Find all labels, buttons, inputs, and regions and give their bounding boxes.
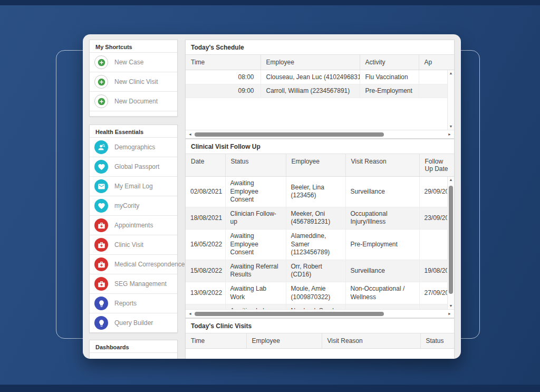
sidebar-item-label: Demographics xyxy=(114,144,155,151)
table-cell: Alameddine, Samer (1123456789) xyxy=(286,229,345,260)
table-cell: Flu Vaccination xyxy=(360,70,419,84)
column-header[interactable]: Employee xyxy=(286,154,345,177)
panel-footer xyxy=(90,111,177,116)
scroll-right-icon[interactable]: ► xyxy=(448,312,451,316)
column-header[interactable]: Activity xyxy=(360,55,419,70)
scatter-chart-icon xyxy=(94,356,108,359)
sidebar-item-new-case[interactable]: New Case xyxy=(90,52,177,72)
header-row: TimeEmployeeVisit ReasonStatus xyxy=(186,333,454,349)
horizontal-scrollbar[interactable]: ◄ ► xyxy=(186,309,454,318)
column-header[interactable]: Follow Up Date xyxy=(419,154,454,177)
sidebar-item-clinic-visit[interactable]: Clinic Visit xyxy=(90,235,177,254)
table-cell: Awaiting Employee Consent xyxy=(225,229,286,260)
todays-schedule-header: TimeEmployeeActivityAp xyxy=(186,55,454,70)
clinical-visit-follow-up-panel: Clinical Visit Follow Up DateStatusEmplo… xyxy=(185,139,455,318)
sidebar-item-label: Global Passport xyxy=(114,163,159,170)
plus-circle-icon xyxy=(94,55,108,69)
column-header[interactable]: Date xyxy=(186,154,225,177)
table-cell: Awaiting Referral Results xyxy=(225,260,286,282)
horizontal-scrollbar[interactable]: ◄ ► xyxy=(186,130,454,138)
table-cell: 13/09/2022 xyxy=(186,282,225,304)
scroll-down-icon[interactable]: ▼ xyxy=(449,304,453,308)
scrollbar-track[interactable] xyxy=(192,130,448,138)
medical-bag-icon xyxy=(94,218,108,232)
plus-circle-icon xyxy=(94,75,108,89)
clinical-visit-table: 02/08/2021Awaiting Employee ConsentBeele… xyxy=(186,177,454,309)
vertical-scrollbar[interactable]: ▲ ▼ xyxy=(447,177,454,309)
sidebar-item-seg-management[interactable]: SEG Management xyxy=(90,274,177,293)
sidebar-item-label: New Case xyxy=(114,59,143,66)
table-cell: 18/08/2021 xyxy=(186,207,225,229)
column-header[interactable]: Status xyxy=(225,154,286,177)
table-cell: Surveillance xyxy=(345,177,419,207)
column-header[interactable]: Ap xyxy=(419,55,454,70)
table-cell: Pre-Employment xyxy=(360,84,419,98)
column-header[interactable]: Time xyxy=(186,55,261,70)
page-background: { "colors": { "background_navy": "#24477… xyxy=(0,0,540,392)
scrollbar-thumb[interactable] xyxy=(195,132,384,137)
shortcuts-title: My Shortcuts xyxy=(90,40,177,52)
todays-schedule-body: 08:00Clouseau, Jean Luc (4102496831)Flu … xyxy=(186,70,454,130)
table-row[interactable]: 16/05/2022Awaiting Employee ConsentAlame… xyxy=(186,229,454,260)
lightbulb-icon xyxy=(94,297,108,310)
table-row[interactable]: 13/09/2022Awaiting Lab WorkMoule, Amie (… xyxy=(186,282,454,304)
table-row[interactable]: 08:00Clouseau, Jean Luc (4102496831)Flu … xyxy=(186,70,454,84)
person-search-icon xyxy=(94,140,108,154)
panel-title: Today's Clinic Visits xyxy=(186,319,454,333)
table-cell: Meeker, Oni (4567891231) xyxy=(286,207,345,229)
medical-bag-icon xyxy=(94,277,108,291)
medical-bag-icon xyxy=(94,257,108,271)
scrollbar-thumb[interactable] xyxy=(449,186,453,294)
table-row[interactable]: 14/09/2022Awaiting Lab WorkNewland, Sand… xyxy=(186,304,454,309)
table-row[interactable]: 02/08/2021Awaiting Employee ConsentBeele… xyxy=(186,177,454,207)
column-header[interactable]: Employee xyxy=(261,55,360,70)
table-cell: 14/09/2022 xyxy=(186,304,225,309)
sidebar-item-new-document[interactable]: New Document xyxy=(90,91,177,111)
table-cell: Carroll, William (2234567891) xyxy=(261,84,360,98)
plus-circle-icon xyxy=(94,94,108,108)
sidebar-item-new-clinic-visit[interactable]: New Clinic Visit xyxy=(90,72,177,91)
scroll-right-icon[interactable]: ► xyxy=(448,132,451,137)
column-header[interactable]: Employee xyxy=(246,333,322,349)
scroll-left-icon[interactable]: ◄ xyxy=(188,132,192,137)
scrollbar-track[interactable] xyxy=(192,310,448,318)
table-cell: Orr, Robert (CD16) xyxy=(286,260,345,282)
dashboards-title: Dashboards xyxy=(90,340,177,352)
sidebar-item-label: Medical Correspondence xyxy=(114,261,185,268)
table-cell: Awaiting Employee Consent xyxy=(225,177,286,207)
health-essentials-title: Health Essentials xyxy=(90,125,177,137)
sidebar-item-demographics[interactable]: Demographics xyxy=(90,137,177,157)
table-row[interactable]: 18/08/2021Clinician Follow-upMeeker, Oni… xyxy=(186,207,454,229)
scroll-up-icon[interactable]: ▲ xyxy=(449,71,453,75)
sidebar-item-reports[interactable]: Reports xyxy=(90,293,177,313)
table-cell: Clouseau, Jean Luc (4102496831) xyxy=(261,70,360,84)
table-cell: 09:00 xyxy=(186,84,261,98)
mail-icon xyxy=(94,179,108,193)
sidebar-item-health-essentials[interactable]: Health Essentials xyxy=(90,352,177,359)
shortcuts-panel: My Shortcuts New CaseNew Clinic VisitNew… xyxy=(89,40,178,117)
sidebar-item-my-email-log[interactable]: My Email Log xyxy=(90,176,177,196)
sidebar-item-query-builder[interactable]: Query Builder xyxy=(90,313,177,332)
table-cell: Occupational Injury/Illness xyxy=(345,207,419,229)
todays-schedule-panel: Today's Schedule TimeEmployeeActivityAp … xyxy=(185,40,455,139)
column-header[interactable]: Visit Reason xyxy=(322,333,420,349)
sidebar-gap xyxy=(89,117,178,125)
sidebar-item-medical-correspondence[interactable]: Medical Correspondence xyxy=(90,254,177,274)
sidebar-item-mycority[interactable]: myCority xyxy=(90,196,177,215)
sidebar-item-appointments[interactable]: Appointments xyxy=(90,215,177,235)
scroll-left-icon[interactable]: ◄ xyxy=(188,312,192,316)
scroll-up-icon[interactable]: ▲ xyxy=(449,178,453,182)
table-cell: Awaiting Lab Work xyxy=(225,304,286,309)
sidebar-item-global-passport[interactable]: Global Passport xyxy=(90,157,177,176)
scrollbar-thumb[interactable] xyxy=(195,312,384,316)
table-row[interactable]: 15/08/2022Awaiting Referral ResultsOrr, … xyxy=(186,260,454,282)
column-header[interactable]: Status xyxy=(420,333,454,349)
vertical-scrollbar[interactable]: ▲ ▼ xyxy=(447,70,454,130)
panel-title: Clinical Visit Follow Up xyxy=(186,139,454,154)
dashboard-card: My Shortcuts New CaseNew Clinic VisitNew… xyxy=(83,34,461,359)
scroll-down-icon[interactable]: ▼ xyxy=(449,125,453,129)
table-row[interactable]: 09:00Carroll, William (2234567891)Pre-Em… xyxy=(186,84,454,98)
column-header[interactable]: Time xyxy=(186,333,246,349)
header-row: TimeEmployeeActivityAp xyxy=(186,55,454,70)
column-header[interactable]: Visit Reason xyxy=(345,154,419,177)
